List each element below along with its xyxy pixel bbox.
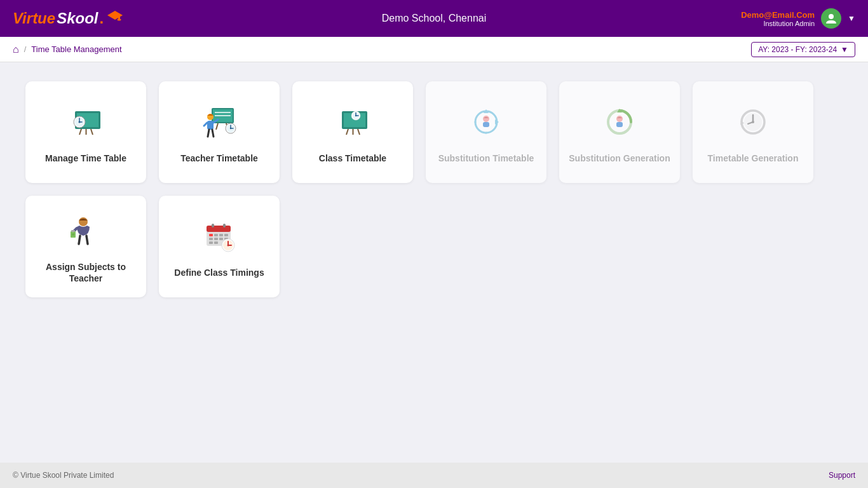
svg-marker-0 (107, 11, 123, 20)
svg-line-22 (204, 123, 207, 126)
teacher-timetable-label: Teacher Timetable (180, 152, 258, 164)
card-manage-timetable[interactable]: Manage Time Table (25, 81, 146, 183)
assign-subjects-label: Assign Subjects to Teacher (35, 261, 137, 284)
card-teacher-timetable[interactable]: Teacher Timetable (159, 81, 280, 183)
class-timetable-icon (330, 100, 375, 145)
logo[interactable]: VirtueSkool. (13, 10, 124, 27)
avatar (821, 8, 841, 29)
svg-rect-70 (209, 238, 213, 240)
footer-copyright: © Virtue Skool Private Limited (13, 471, 114, 480)
svg-rect-69 (224, 234, 228, 236)
manage-timetable-icon (64, 100, 108, 145)
card-define-class-timings[interactable]: Define Class Timings (159, 196, 280, 297)
svg-line-11 (79, 129, 81, 135)
home-icon[interactable]: ⌂ (13, 44, 19, 55)
ay-selector-chevron: ▼ (841, 45, 848, 54)
svg-rect-74 (209, 241, 213, 244)
svg-rect-68 (219, 234, 223, 236)
svg-line-38 (346, 129, 348, 135)
timetable-generation-icon (731, 100, 775, 145)
logo-dot: . (99, 10, 104, 27)
substitution-generation-icon (597, 100, 642, 145)
user-info: Demo@Email.Com Institution Admin ▼ (741, 8, 855, 29)
svg-rect-72 (219, 238, 223, 240)
svg-point-59 (72, 233, 74, 236)
substitution-timetable-label: Substitution Timetable (438, 152, 534, 164)
svg-rect-65 (223, 224, 226, 227)
teacher-timetable-icon (197, 100, 241, 145)
user-text: Demo@Email.Com Institution Admin (741, 10, 815, 27)
ay-selector-label: AY: 2023 - FY: 2023-24 (758, 45, 837, 54)
svg-point-43 (483, 116, 489, 122)
define-class-timings-icon (197, 215, 241, 259)
svg-point-47 (616, 116, 623, 122)
card-timetable-generation[interactable]: Timetable Generation (693, 81, 813, 183)
substitution-timetable-icon (464, 100, 508, 145)
class-timetable-label: Class Timetable (319, 152, 386, 164)
svg-rect-75 (214, 241, 218, 244)
svg-line-60 (79, 236, 80, 244)
svg-line-24 (208, 130, 209, 137)
svg-rect-58 (71, 230, 75, 232)
breadcrumb-current: Time Table Management (31, 44, 121, 54)
footer: © Virtue Skool Private Limited Support (0, 463, 868, 488)
svg-rect-66 (209, 234, 213, 236)
card-substitution-timetable[interactable]: Substitution Timetable (426, 81, 546, 183)
define-class-timings-label: Define Class Timings (174, 267, 264, 278)
svg-line-12 (91, 129, 93, 135)
svg-line-39 (358, 129, 360, 135)
hat-icon (106, 10, 124, 22)
assign-subjects-icon (64, 209, 108, 254)
user-email: Demo@Email.Com (741, 10, 815, 20)
svg-rect-21 (207, 121, 214, 130)
card-assign-subjects[interactable]: Assign Subjects to Teacher (25, 196, 146, 297)
footer-support[interactable]: Support (829, 471, 855, 480)
header: VirtueSkool. Demo School, Chennai Demo@E… (0, 0, 868, 37)
card-substitution-generation[interactable]: Substitution Generation (559, 81, 680, 183)
manage-timetable-label: Manage Time Table (45, 152, 126, 164)
svg-rect-64 (212, 224, 214, 227)
cards-row-1: Manage Time Table (25, 81, 843, 183)
user-role: Institution Admin (741, 20, 815, 27)
svg-point-3 (829, 14, 834, 19)
breadcrumb-bar: ⌂ / Time Table Management AY: 2023 - FY:… (0, 37, 868, 62)
svg-line-25 (212, 130, 214, 137)
user-chevron[interactable]: ▼ (848, 14, 855, 23)
cards-row-2: Assign Subjects to Teacher (25, 196, 843, 297)
breadcrumb-separator: / (24, 44, 27, 54)
school-name: Demo School, Chennai (382, 13, 487, 24)
substitution-generation-label: Substitution Generation (569, 152, 670, 164)
logo-virtue: Virtue (13, 10, 55, 27)
main-content: Manage Time Table (0, 62, 868, 463)
breadcrumb: ⌂ / Time Table Management (13, 44, 122, 55)
logo-skool: Skool (57, 10, 98, 27)
ay-selector[interactable]: AY: 2023 - FY: 2023-24 ▼ (751, 42, 855, 57)
svg-rect-67 (214, 234, 218, 236)
card-class-timetable[interactable]: Class Timetable (292, 81, 413, 183)
svg-rect-44 (483, 122, 489, 127)
svg-line-61 (86, 236, 88, 244)
svg-rect-48 (616, 122, 623, 127)
timetable-generation-label: Timetable Generation (708, 152, 799, 164)
svg-line-18 (216, 123, 218, 130)
svg-rect-63 (207, 226, 231, 232)
svg-rect-71 (214, 238, 218, 240)
svg-point-2 (118, 19, 121, 21)
